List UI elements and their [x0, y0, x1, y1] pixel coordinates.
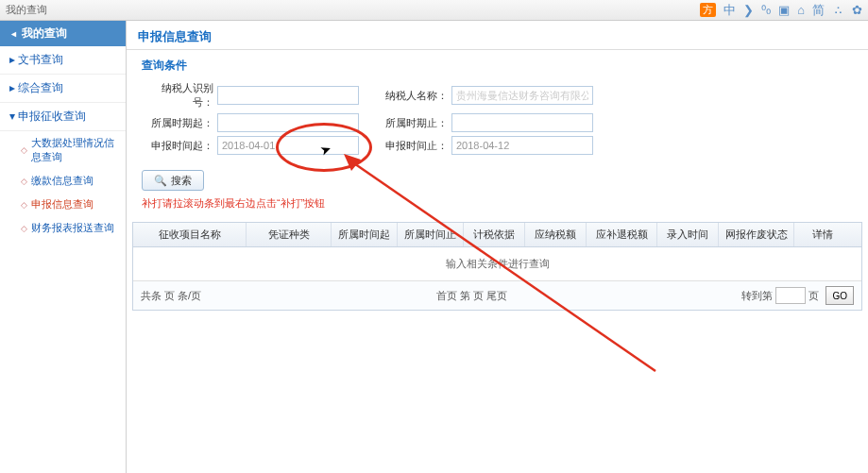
input-period-end[interactable]	[451, 113, 593, 132]
section-title: 查询条件	[127, 50, 868, 77]
topbar-icon-2[interactable]: ❯	[743, 3, 754, 17]
table-header-row: 征收项目名称凭证种类所属时间起所属时间止计税依据应纳税额应补退税额录入时间网报作…	[133, 223, 861, 247]
sidebar-group[interactable]: 文书查询	[0, 46, 126, 75]
topbar-icon-3[interactable]: ⁰₀	[761, 3, 771, 17]
sidebar-item[interactable]: 申报信息查询	[0, 193, 126, 216]
input-period-start[interactable]	[217, 113, 359, 132]
table-footer: 共条 页 条/页 首页 第 页 尾页 转到第 页 GO	[133, 281, 861, 310]
input-taxpayer-id[interactable]	[217, 86, 359, 105]
topbar-icon-0[interactable]: 方	[700, 3, 716, 17]
search-button-label: 搜索	[171, 174, 192, 188]
goto-unit: 页	[808, 290, 819, 301]
footer-mid[interactable]: 首页 第 页 尾页	[436, 289, 507, 303]
results-table: 征收项目名称凭证种类所属时间起所属时间止计税依据应纳税额应补退税额录入时间网报作…	[132, 222, 862, 311]
label-taxpayer-name: 纳税人名称：	[376, 89, 451, 103]
goto-label: 转到第	[741, 290, 773, 301]
sidebar-item[interactable]: 财务报表报送查询	[0, 216, 126, 240]
goto-input[interactable]	[775, 287, 806, 304]
search-button[interactable]: 搜索	[142, 170, 204, 191]
sidebar-group[interactable]: 综合查询	[0, 75, 126, 103]
label-declare-start: 申报时间起：	[142, 139, 217, 153]
table-header-cell: 征收项目名称	[133, 223, 247, 246]
content-area: 申报信息查询 查询条件 纳税人识别号： 纳税人名称： 所属时期起： 所属时期止：…	[127, 21, 868, 473]
label-declare-end: 申报时间止：	[376, 139, 451, 153]
topbar-icons: 方 中 ❯ ⁰₀ ▣ ⌂ 简 ⛬ ✿	[700, 2, 862, 19]
label-period-start: 所属时期起：	[142, 116, 217, 130]
sidebar: 我的查询 文书查询综合查询申报征收查询大数据处理情况信息查询缴款信息查询申报信息…	[0, 21, 127, 473]
table-header-cell: 网报作废状态	[719, 223, 794, 246]
sidebar-group[interactable]: 申报征收查询	[0, 103, 126, 131]
table-header-cell: 详情	[794, 223, 851, 246]
footer-goto: 转到第 页 GO	[741, 286, 854, 305]
table-header-cell: 所属时间起	[332, 223, 398, 246]
go-button[interactable]: GO	[825, 286, 854, 305]
topbar-icon-5[interactable]: ⌂	[797, 3, 805, 17]
topbar-icon-4[interactable]: ▣	[778, 3, 790, 17]
query-form: 纳税人识别号： 纳税人名称： 所属时期起： 所属时期止： 申报时间起： 申报时间…	[127, 77, 868, 162]
label-taxpayer-id: 纳税人识别号：	[142, 81, 217, 110]
topbar-title: 我的查询	[6, 3, 47, 17]
topbar-icon-6[interactable]: 简	[812, 2, 825, 19]
sidebar-item[interactable]: 缴款信息查询	[0, 169, 126, 193]
page-title: 申报信息查询	[127, 21, 868, 50]
table-header-cell: 应纳税额	[525, 223, 587, 246]
table-header-cell: 凭证种类	[247, 223, 332, 246]
table-header-cell: 计税依据	[464, 223, 525, 246]
sidebar-item[interactable]: 大数据处理情况信息查询	[0, 131, 126, 169]
label-period-end: 所属时期止：	[376, 116, 451, 130]
sidebar-header: 我的查询	[0, 21, 126, 46]
footer-left: 共条 页 条/页	[141, 289, 201, 303]
reprint-hint: 补打请拉滚动条到最右边点击“补打”按钮	[127, 194, 868, 218]
table-header-cell: 应补退税额	[587, 223, 657, 246]
topbar-icon-7[interactable]: ⛬	[832, 3, 844, 17]
topbar-icon-1[interactable]: 中	[723, 2, 736, 19]
input-taxpayer-name[interactable]	[451, 86, 593, 105]
table-header-cell: 录入时间	[657, 223, 719, 246]
table-empty-text: 输入相关条件进行查询	[133, 247, 861, 281]
topbar-icon-8[interactable]: ✿	[852, 3, 862, 17]
input-declare-start[interactable]	[217, 136, 359, 155]
table-header-cell: 所属时间止	[398, 223, 464, 246]
input-declare-end[interactable]	[451, 136, 593, 155]
top-bar: 我的查询 方 中 ❯ ⁰₀ ▣ ⌂ 简 ⛬ ✿	[0, 0, 868, 21]
